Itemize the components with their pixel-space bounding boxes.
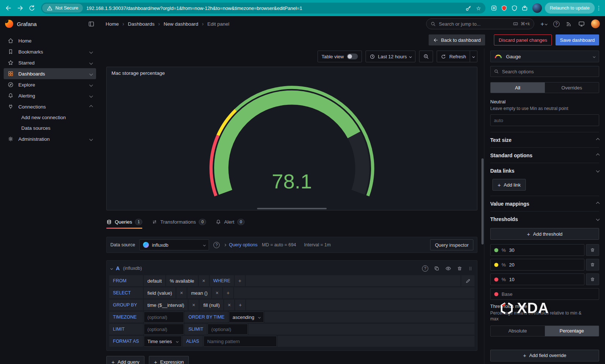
password-key-icon[interactable] — [465, 5, 472, 11]
disable-query-eye-icon[interactable] — [445, 265, 451, 272]
datasource-help-icon[interactable]: ? — [213, 242, 220, 248]
remove-icon[interactable]: × — [199, 275, 209, 286]
threshold-color-green[interactable] — [494, 248, 498, 252]
add-select-icon[interactable]: + — [223, 287, 233, 298]
threshold-input[interactable]: % 10 — [490, 273, 584, 285]
time-range-picker[interactable]: Last 12 hours — [366, 51, 416, 62]
chevron-down-icon[interactable] — [89, 94, 93, 98]
threshold-color-red[interactable] — [494, 277, 498, 282]
url-text[interactable]: 192.168.1.5:30037/dashboard/new?orgId=1&… — [87, 5, 462, 11]
select-field-segment[interactable]: field (value) — [144, 287, 176, 298]
sidebar-item-explore[interactable]: Explore — [4, 79, 96, 90]
sidebar-toggle-icon[interactable] — [88, 21, 95, 27]
add-groupby-icon[interactable]: + — [235, 299, 245, 310]
chevron-down-icon[interactable] — [89, 137, 93, 141]
alias-input[interactable] — [203, 336, 277, 347]
news-rss-icon[interactable] — [566, 21, 572, 27]
sidebar-item-connections[interactable]: Connections — [4, 101, 96, 112]
tab-all[interactable]: All — [491, 82, 545, 93]
remove-icon[interactable]: × — [188, 299, 199, 310]
adblock-shield-icon[interactable] — [501, 5, 507, 11]
chevron-down-icon[interactable] — [89, 83, 93, 87]
sidebar-item-dashboards[interactable]: Dashboards — [4, 68, 96, 79]
add-query-button[interactable]: +Add query — [106, 356, 144, 364]
sidebar-item-administration[interactable]: Administration — [4, 133, 96, 144]
address-bar[interactable]: Not Secure 192.168.1.5:30037/dashboard/n… — [41, 3, 485, 14]
sidebar-item-data-sources[interactable]: Data sources — [4, 123, 96, 133]
drag-handle-icon[interactable] — [468, 266, 473, 271]
save-dashboard-button[interactable]: Save dashboard — [556, 34, 599, 45]
zoom-out-button[interactable] — [419, 51, 433, 62]
new-button[interactable]: + — [540, 21, 547, 27]
add-field-override-button[interactable]: +Add field override — [490, 350, 599, 361]
limit-input[interactable] — [144, 324, 184, 335]
add-condition-icon[interactable]: + — [235, 275, 245, 286]
slimit-input[interactable] — [208, 324, 248, 335]
raw-query-pencil-icon[interactable] — [461, 275, 474, 286]
search-input[interactable] — [439, 21, 510, 27]
section-standard-options[interactable]: Standard options — [490, 147, 599, 163]
threshold-value[interactable]: 20 — [509, 262, 514, 268]
chevron-up-icon[interactable] — [89, 105, 93, 109]
chevron-down-icon[interactable] — [89, 50, 93, 54]
tab-alert[interactable]: Alert 0 — [216, 215, 245, 229]
groupby-fill-segment[interactable]: fill (null) — [199, 299, 223, 310]
timezone-input[interactable] — [144, 312, 184, 323]
query-ref-id[interactable]: A — [116, 265, 120, 271]
mode-absolute[interactable]: Absolute — [491, 326, 545, 336]
query-help-icon[interactable]: ? — [422, 265, 428, 272]
sidebar-item-alerting[interactable]: Alerting — [4, 90, 96, 101]
sidebar-item-bookmarks[interactable]: Bookmarks — [4, 46, 96, 57]
tab-overrides[interactable]: Overrides — [545, 82, 599, 93]
chevron-down-icon[interactable] — [89, 61, 93, 65]
section-text-size[interactable]: Text size — [490, 132, 599, 147]
sidebar-item-add-new-connection[interactable]: Add new connection — [4, 112, 96, 123]
sidebar-item-starred[interactable]: Starred — [4, 57, 96, 68]
section-value-mappings[interactable]: Value mappings — [490, 196, 599, 211]
vertical-scrollbar[interactable] — [481, 158, 484, 244]
collapse-query-icon[interactable] — [110, 267, 113, 269]
extension-icon[interactable] — [491, 5, 497, 11]
horizontal-scrollbar[interactable] — [257, 208, 327, 209]
chevron-down-icon[interactable] — [89, 72, 93, 76]
add-threshold-button[interactable]: +Add threshold — [490, 228, 599, 240]
global-search[interactable]: ⌘+k — [426, 18, 534, 29]
discard-panel-changes-button[interactable]: Discard panel changes — [494, 34, 552, 45]
breadcrumb-new-dashboard[interactable]: New dashboard — [164, 21, 198, 27]
options-search-input[interactable] — [502, 69, 595, 74]
threshold-value[interactable]: 30 — [509, 247, 514, 253]
table-view-toggle[interactable]: Table view — [318, 51, 362, 62]
delete-threshold-button[interactable] — [586, 259, 599, 271]
orderby-select[interactable]: ascending — [229, 312, 264, 323]
neutral-input[interactable] — [490, 114, 599, 126]
help-icon[interactable]: ? — [553, 21, 560, 27]
from-measurement-segment[interactable]: % available — [166, 275, 198, 286]
not-secure-badge[interactable]: Not Secure — [42, 4, 83, 12]
table-view-switch[interactable] — [347, 54, 358, 59]
select-mean-segment[interactable]: mean () — [187, 287, 211, 298]
browser-forward-button[interactable] — [15, 3, 26, 14]
format-select[interactable]: Time series — [144, 336, 182, 347]
mode-percentage[interactable]: Percentage — [545, 326, 599, 336]
tab-transformations[interactable]: Transformations 0 — [152, 215, 206, 229]
tab-queries[interactable]: Queries 1 — [106, 215, 142, 229]
section-thresholds[interactable]: Thresholds — [490, 211, 599, 227]
options-search[interactable] — [490, 66, 599, 77]
delete-threshold-button[interactable] — [586, 244, 599, 256]
groupby-time-segment[interactable]: time ($__interval) — [144, 299, 188, 310]
user-avatar[interactable] — [591, 19, 600, 28]
browser-profile-avatar[interactable] — [532, 3, 542, 13]
sidebar-item-home[interactable]: Home — [4, 35, 96, 46]
threshold-input[interactable]: % 20 — [490, 259, 584, 271]
threshold-color-base[interactable] — [494, 292, 498, 296]
threshold-input[interactable]: % 30 — [490, 244, 584, 256]
section-data-links[interactable]: Data links — [490, 163, 599, 178]
extensions-puzzle-icon[interactable] — [521, 5, 528, 11]
relaunch-button[interactable]: Relaunch to update — [545, 3, 595, 14]
datasource-picker[interactable]: influxdb — [139, 239, 209, 250]
from-retention-segment[interactable]: default — [144, 275, 165, 286]
breadcrumb-home[interactable]: Home — [106, 21, 119, 27]
breadcrumb-dashboards[interactable]: Dashboards — [128, 21, 155, 27]
shield-icon[interactable] — [511, 5, 518, 11]
gauge-panel[interactable]: Mac storage percentage — [106, 67, 477, 210]
